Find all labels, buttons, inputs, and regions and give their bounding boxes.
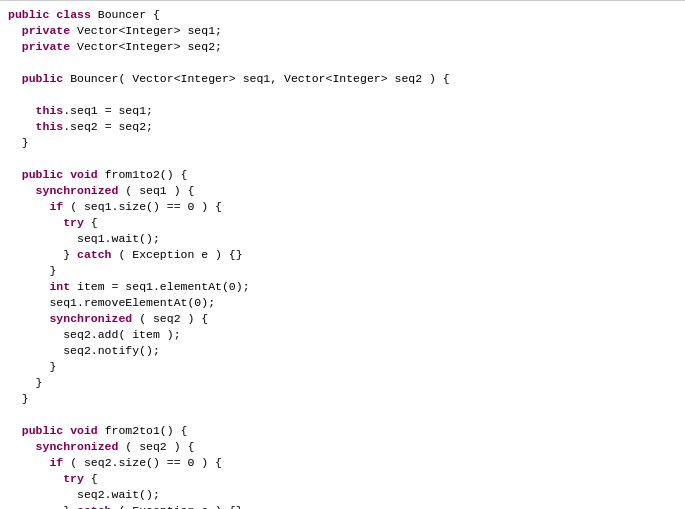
code-line (0, 87, 685, 103)
code-editor: public class Bouncer { private Vector<In… (0, 0, 685, 509)
code-line: } (0, 359, 685, 375)
code-line: synchronized ( seq2 ) { (0, 311, 685, 327)
code-line: try { (0, 471, 685, 487)
code-line: this.seq1 = seq1; (0, 103, 685, 119)
code-line: seq2.notify(); (0, 343, 685, 359)
code-line: int item = seq1.elementAt(0); (0, 279, 685, 295)
code-line: } catch ( Exception e ) {} (0, 503, 685, 509)
code-line (0, 151, 685, 167)
code-line: seq1.removeElementAt(0); (0, 295, 685, 311)
code-line (0, 55, 685, 71)
code-line: seq2.add( item ); (0, 327, 685, 343)
code-line: public void from2to1() { (0, 423, 685, 439)
code-line: } (0, 135, 685, 151)
code-line (0, 407, 685, 423)
code-line: } (0, 375, 685, 391)
code-line: public void from1to2() { (0, 167, 685, 183)
code-line: seq2.wait(); (0, 487, 685, 503)
code-line: } catch ( Exception e ) {} (0, 247, 685, 263)
code-line: synchronized ( seq1 ) { (0, 183, 685, 199)
code-line: seq1.wait(); (0, 231, 685, 247)
code-line: synchronized ( seq2 ) { (0, 439, 685, 455)
code-line: if ( seq1.size() == 0 ) { (0, 199, 685, 215)
code-line: public class Bouncer { (0, 7, 685, 23)
code-line: if ( seq2.size() == 0 ) { (0, 455, 685, 471)
code-line: } (0, 391, 685, 407)
code-line: this.seq2 = seq2; (0, 119, 685, 135)
code-line: private Vector<Integer> seq1; (0, 23, 685, 39)
code-line: try { (0, 215, 685, 231)
code-line: } (0, 263, 685, 279)
code-line: private Vector<Integer> seq2; (0, 39, 685, 55)
code-line: public Bouncer( Vector<Integer> seq1, Ve… (0, 71, 685, 87)
